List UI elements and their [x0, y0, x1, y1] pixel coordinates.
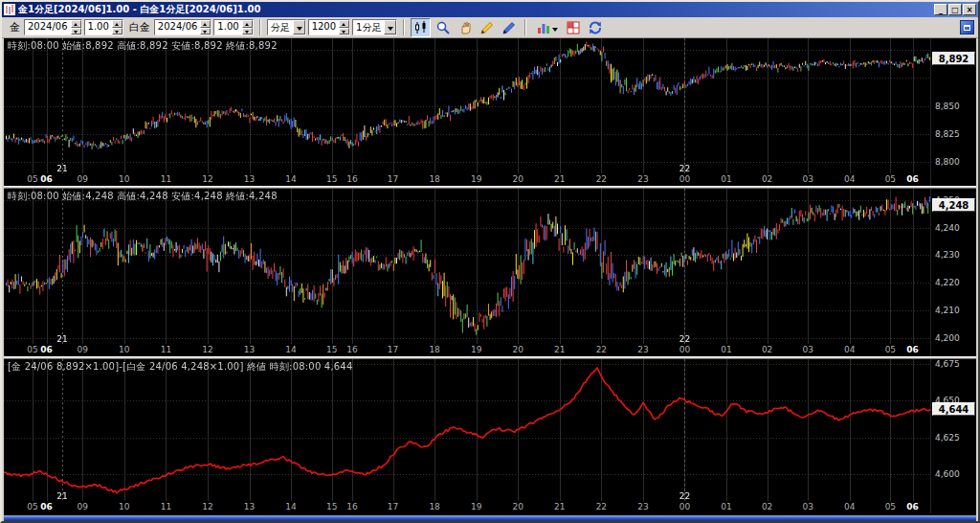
pencil-button[interactable] [477, 18, 497, 37]
time-label: 06 [906, 502, 919, 512]
bar-count-spinner[interactable]: 1200 [308, 19, 350, 35]
refresh-button[interactable] [585, 18, 605, 37]
platinum-month-spinner[interactable]: 2024/06 [154, 19, 212, 35]
hand-button[interactable] [455, 18, 475, 37]
time-label: 14 [285, 502, 296, 512]
platinum-month-value: 2024/06 [155, 20, 201, 34]
time-label: 17 [388, 174, 398, 184]
platinum-ratio-spin-buttons[interactable] [242, 20, 253, 34]
app-window: 金1分足[2024/06]1.00 - 白金1分足[2024/06]1.00 _… [0, 0, 980, 523]
app-icon [4, 4, 15, 15]
spin-up[interactable] [242, 20, 253, 28]
time-label: 13 [244, 174, 255, 184]
time-label: 05 [27, 345, 37, 354]
time-label: 13 [244, 502, 255, 512]
time-label: 05 [885, 174, 896, 184]
platinum-info-label: 時刻:08:00 始値:4,248 高値:4,248 安値:4,248 終値:4… [8, 190, 278, 203]
gold-ratio-value: 1.00 [85, 20, 112, 34]
time-label: 11 [161, 174, 171, 184]
time-label: 05 [885, 345, 896, 354]
platinum-month-spin-buttons[interactable] [200, 20, 211, 34]
zoom-button[interactable] [433, 18, 453, 37]
hand-icon [457, 20, 473, 35]
gold-month-spinner[interactable]: 2024/06 [24, 19, 82, 35]
date-marker: 21 [56, 164, 67, 173]
zoom-icon [435, 20, 451, 35]
time-label: 23 [637, 502, 648, 512]
time-label: 00 [679, 502, 690, 512]
spin-down[interactable] [112, 28, 122, 35]
bottom-bar [4, 513, 976, 521]
dropdown-arrow-icon[interactable] [293, 20, 305, 34]
spread-line-canvas[interactable] [4, 359, 930, 501]
grid-layout-button[interactable] [563, 18, 583, 37]
time-label: 06 [40, 174, 53, 184]
dropdown-arrow-icon[interactable] [384, 20, 396, 34]
platinum-price-scale[interactable]: 4,248 4,2504,2404,2304,2204,2104,200 [930, 189, 976, 356]
minimize-button[interactable]: _ [934, 4, 947, 15]
time-label: 22 [596, 502, 607, 512]
gold-price-badge: 8,892 [932, 52, 975, 65]
gold-month-spin-buttons[interactable] [71, 20, 81, 34]
gold-ratio-spinner[interactable]: 1.00 [84, 19, 123, 35]
spread-plot[interactable]: [金 24/06 8,892×1.00]-[白金 24/06 4,248×1.0… [4, 359, 930, 513]
platinum-time-axis: 0506091011121314151617181920212223000102… [4, 344, 930, 356]
price-tick-label: 8,850 [935, 102, 960, 111]
gold-candlestick-canvas[interactable] [4, 38, 930, 173]
date-marker: 21 [56, 334, 67, 344]
chevron-down-icon [552, 28, 558, 32]
gold-plot[interactable]: 時刻:08:00 始値:8,892 高値:8,892 安値:8,892 終値:8… [4, 38, 930, 186]
time-label: 11 [161, 345, 171, 354]
spin-down[interactable] [339, 28, 349, 35]
time-label: 04 [844, 174, 855, 184]
time-label: 00 [679, 345, 690, 354]
gold-price-scale[interactable]: 8,892 8,8508,8258,800 [930, 38, 976, 186]
time-label: 14 [285, 345, 296, 354]
time-label: 03 [802, 502, 813, 512]
pen-button[interactable] [499, 18, 519, 37]
time-label: 09 [78, 502, 88, 512]
platinum-plot[interactable]: 時刻:08:00 始値:4,248 高値:4,248 安値:4,248 終値:4… [4, 189, 930, 356]
candlestick-chart-button[interactable] [411, 18, 431, 37]
time-label: 21 [554, 174, 565, 184]
bar-count-value: 1200 [309, 20, 339, 34]
bar-type-value: 分足 [268, 20, 293, 34]
price-tick-label: 4,210 [935, 306, 960, 315]
bar-type-dropdown[interactable]: 分足 [267, 19, 306, 35]
time-label: 19 [471, 502, 481, 512]
chart-type-dropdown-button[interactable] [532, 18, 561, 37]
pencil-icon [479, 20, 495, 35]
spread-price-scale[interactable]: 4,644 4,6754,6504,6254,600 [930, 359, 976, 513]
platinum-candlestick-canvas[interactable] [4, 189, 930, 344]
date-marker: 22 [679, 491, 690, 501]
gold-ratio-spin-buttons[interactable] [112, 20, 122, 34]
spin-down[interactable] [200, 28, 211, 35]
maximize-button[interactable]: □ [948, 4, 962, 15]
gold-info-label: 時刻:08:00 始値:8,892 高値:8,892 安値:8,892 終値:8… [8, 39, 278, 53]
time-label: 20 [513, 502, 523, 512]
price-tick-label: 4,220 [935, 278, 960, 287]
bar-count-spin-buttons[interactable] [339, 20, 349, 34]
spin-up[interactable] [339, 20, 349, 28]
titlebar[interactable]: 金1分足[2024/06]1.00 - 白金1分足[2024/06]1.00 _… [2, 2, 978, 17]
price-tick-label: 4,675 [935, 359, 960, 369]
toolbar-separator [259, 19, 261, 35]
spin-up[interactable] [71, 20, 81, 28]
close-button[interactable]: × [963, 4, 976, 15]
price-tick-label: 8,800 [935, 157, 960, 167]
chart-window-button[interactable] [960, 20, 974, 34]
date-marker: 22 [679, 164, 690, 173]
spin-down[interactable] [71, 28, 81, 35]
time-label: 20 [513, 174, 523, 184]
spin-up[interactable] [112, 20, 122, 28]
time-label: 01 [721, 174, 731, 184]
spin-up[interactable] [200, 20, 211, 28]
time-label: 15 [326, 174, 337, 184]
timeframe-dropdown[interactable]: 1分足 [352, 19, 397, 35]
spread-time-axis: 0506091011121314151617181920212223000102… [4, 501, 930, 513]
time-label: 16 [346, 345, 357, 354]
time-label: 12 [202, 345, 212, 354]
spin-down[interactable] [242, 28, 253, 35]
time-label: 18 [429, 502, 439, 512]
platinum-ratio-spinner[interactable]: 1.00 [213, 19, 253, 35]
